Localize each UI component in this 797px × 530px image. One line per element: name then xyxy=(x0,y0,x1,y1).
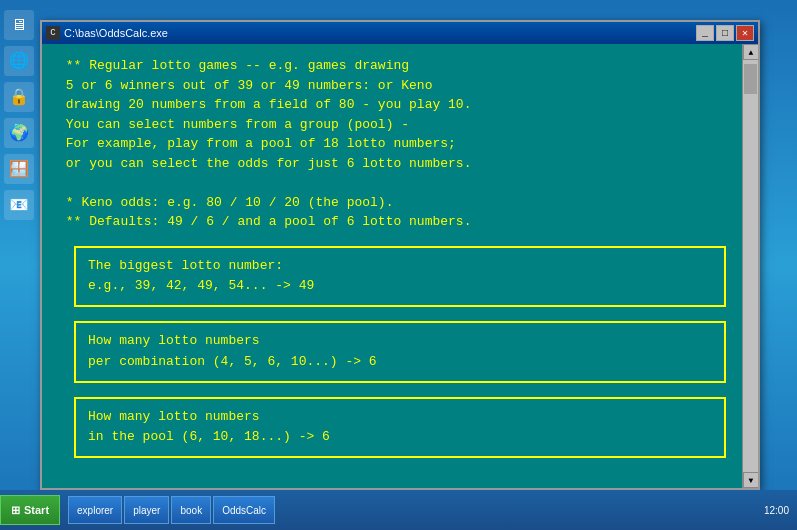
title-bar-left: C C:\bas\OddsCalc.exe xyxy=(46,26,168,40)
input-box-biggest-number[interactable]: The biggest lotto number: e.g., 39, 42, … xyxy=(74,246,726,308)
close-button[interactable]: ✕ xyxy=(736,25,754,41)
sidebar-icon-mail[interactable]: 📧 xyxy=(4,190,34,220)
minimize-button[interactable]: _ xyxy=(696,25,714,41)
main-window: C C:\bas\OddsCalc.exe _ □ ✕ ** Regular l… xyxy=(40,20,760,490)
window-title: C:\bas\OddsCalc.exe xyxy=(64,27,168,39)
window-icon: C xyxy=(46,26,60,40)
input-box-pool-count[interactable]: How many lotto numbers in the pool (6, 1… xyxy=(74,397,726,459)
sidebar: 🖥 🌐 🔒 🌍 🪟 📧 xyxy=(0,0,38,490)
start-button[interactable]: ⊞ Start xyxy=(0,495,60,525)
system-tray: 12:00 xyxy=(756,505,797,516)
taskbar-item-oddscalc[interactable]: OddsCalc xyxy=(213,496,275,524)
taskbar-items: explorer player book OddsCalc xyxy=(64,490,756,530)
console-area: ** Regular lotto games -- e.g. games dra… xyxy=(42,44,758,488)
maximize-button[interactable]: □ xyxy=(716,25,734,41)
title-bar: C C:\bas\OddsCalc.exe _ □ ✕ xyxy=(42,22,758,44)
title-bar-buttons: _ □ ✕ xyxy=(696,25,754,41)
scrollbar-down-button[interactable]: ▼ xyxy=(743,472,758,488)
windows-logo-icon: ⊞ xyxy=(11,504,20,517)
sidebar-icon-computer[interactable]: 🖥 xyxy=(4,10,34,40)
taskbar: ⊞ Start explorer player book OddsCalc 12… xyxy=(0,490,797,530)
input-box-2-text: How many lotto numbers per combination (… xyxy=(88,331,712,373)
scrollbar-thumb[interactable] xyxy=(744,64,757,94)
start-label: Start xyxy=(24,504,49,516)
scrollbar-up-button[interactable]: ▲ xyxy=(743,44,758,60)
desktop: 🖥 🌐 🔒 🌍 🪟 📧 C C:\bas\OddsCalc.exe _ □ ✕ … xyxy=(0,0,797,530)
taskbar-item-player[interactable]: player xyxy=(124,496,169,524)
clock: 12:00 xyxy=(764,505,789,516)
sidebar-icon-security[interactable]: 🔒 xyxy=(4,82,34,112)
sidebar-icon-windows[interactable]: 🪟 xyxy=(4,154,34,184)
input-box-3-text: How many lotto numbers in the pool (6, 1… xyxy=(88,407,712,449)
input-box-1-text: The biggest lotto number: e.g., 39, 42, … xyxy=(88,256,712,298)
sidebar-icon-internet[interactable]: 🌍 xyxy=(4,118,34,148)
console-text-block: ** Regular lotto games -- e.g. games dra… xyxy=(58,56,742,232)
taskbar-item-book[interactable]: book xyxy=(171,496,211,524)
taskbar-item-explorer[interactable]: explorer xyxy=(68,496,122,524)
sidebar-icon-network[interactable]: 🌐 xyxy=(4,46,34,76)
scrollbar[interactable]: ▲ ▼ xyxy=(742,44,758,488)
input-box-combination-count[interactable]: How many lotto numbers per combination (… xyxy=(74,321,726,383)
